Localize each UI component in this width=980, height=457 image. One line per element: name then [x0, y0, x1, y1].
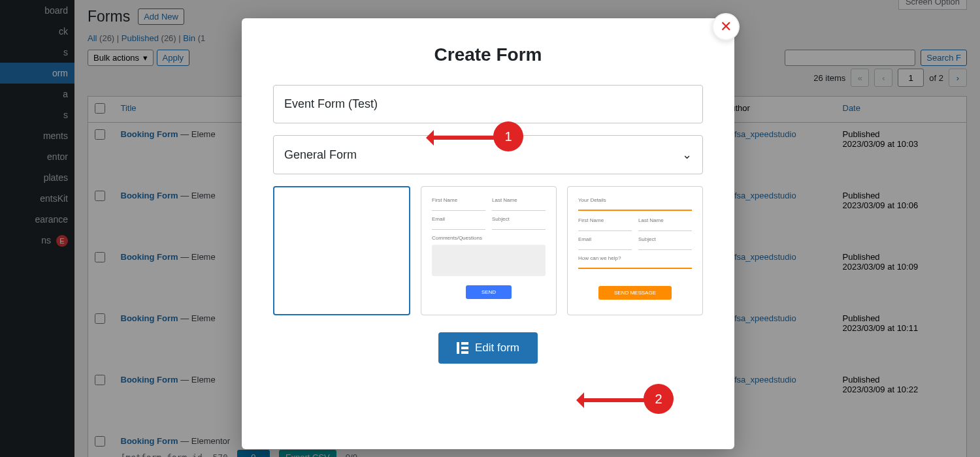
tmpl-send-button: SEND [466, 285, 512, 299]
tmpl-label: Subject [638, 236, 692, 242]
form-type-select[interactable]: General Form ⌄ [273, 135, 703, 174]
modal-close-button[interactable]: ✕ [712, 13, 740, 40]
edit-form-button[interactable]: Edit form [438, 332, 538, 364]
template-blank[interactable] [273, 186, 410, 315]
form-name-input[interactable] [273, 85, 703, 123]
tmpl-label: First Name [432, 197, 485, 203]
template-options: First Name Last Name Email Subject Comme… [273, 186, 703, 315]
template-contact-details[interactable]: Your Details First Name Last Name Email … [567, 186, 703, 315]
tmpl-label: Email [432, 216, 485, 222]
template-contact[interactable]: First Name Last Name Email Subject Comme… [421, 186, 557, 315]
tmpl-label: Email [578, 236, 632, 242]
chevron-down-icon: ⌄ [682, 148, 692, 162]
tmpl-label: First Name [578, 217, 632, 223]
modal-title: Create Form [242, 18, 734, 85]
edit-form-label: Edit form [475, 341, 519, 355]
tmpl-send-button: SEND MESSAGE [598, 286, 672, 300]
svg-rect-2 [461, 347, 468, 349]
svg-rect-0 [457, 342, 459, 354]
form-type-value: General Form [284, 148, 357, 162]
tmpl-label: Last Name [492, 197, 546, 203]
tmpl-label: How can we help? [578, 255, 692, 261]
svg-rect-1 [461, 342, 468, 345]
tmpl-label: Comments/Questions [432, 235, 546, 241]
create-form-modal: ✕ Create Form General Form ⌄ First Name … [242, 18, 734, 449]
tmpl-label: Your Details [578, 197, 692, 203]
svg-rect-3 [461, 351, 468, 354]
close-icon: ✕ [720, 18, 732, 35]
tmpl-label: Last Name [638, 217, 692, 223]
elementor-icon [457, 342, 468, 354]
tmpl-label: Subject [492, 216, 546, 222]
